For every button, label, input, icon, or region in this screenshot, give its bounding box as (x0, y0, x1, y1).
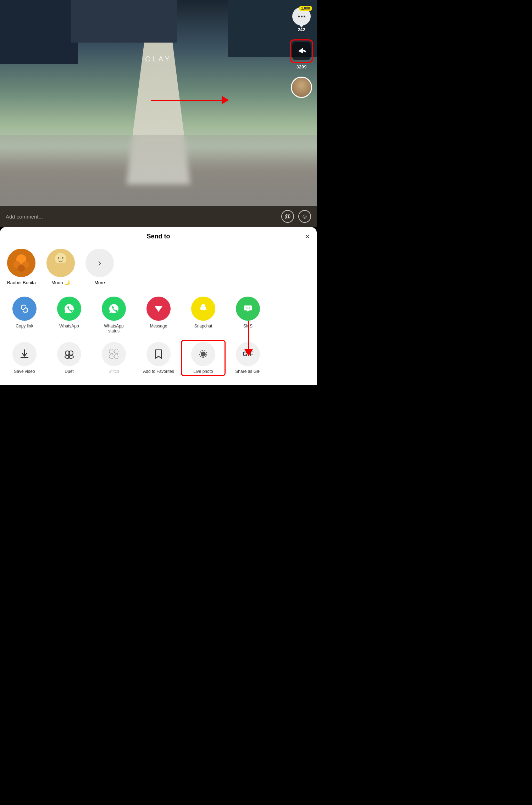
moon-avatar-image (46, 249, 75, 277)
sheet-title: Send to (147, 233, 170, 240)
close-button[interactable]: × (305, 232, 310, 241)
svg-point-17 (249, 308, 250, 309)
creator-avatar[interactable] (291, 77, 312, 98)
action-label-add-favorites: Add to Favorites (143, 369, 174, 374)
contact-avatar-baobei (7, 249, 35, 277)
share-icon (295, 45, 307, 57)
sms-logo (241, 302, 255, 315)
svg-marker-13 (155, 306, 162, 312)
app-label-message: Message (150, 324, 167, 329)
snapchat-icon (191, 297, 215, 321)
add-favorites-icon (146, 342, 171, 366)
live-photo-logo (197, 348, 210, 360)
apps-row: Copy link WhatsApp WhatsAp (0, 297, 317, 333)
svg-point-7 (53, 263, 68, 276)
avatar-image (292, 78, 311, 97)
link-icon (18, 302, 31, 315)
comment-bubble: 1,000 (292, 7, 311, 26)
action-live-photo[interactable]: Live photo (184, 342, 223, 374)
action-label-share-gif: Share as GIF (235, 369, 260, 374)
actions-section: Save video Duet (0, 342, 317, 374)
duet-logo (63, 348, 75, 360)
app-label-copy-link: Copy link (16, 324, 33, 329)
duet-icon (57, 342, 81, 366)
contact-name-baobei: Baobei Bonita (7, 280, 36, 285)
action-save-video[interactable]: Save video (5, 342, 44, 374)
app-whatsapp-status[interactable]: WhatsApp status (94, 297, 133, 333)
right-sidebar-icons: 1,000 242 3209 (290, 7, 313, 98)
contact-more[interactable]: › More (85, 249, 114, 285)
whatsapp-status-icon (102, 297, 126, 321)
comment-input-label[interactable]: Add comment... (6, 214, 277, 220)
app-whatsapp[interactable]: WhatsApp (50, 297, 89, 329)
action-label-live-photo: Live photo (193, 369, 213, 374)
video-area: CLAY 1,000 242 (0, 0, 317, 227)
stitch-icon (102, 342, 126, 366)
clay-label: CLAY (145, 55, 172, 63)
share-btn-container[interactable]: 3209 (290, 39, 313, 70)
message-icon (146, 297, 171, 321)
share-count: 3209 (297, 64, 307, 70)
video-bottom-bar: Add comment... @ ☺ (0, 206, 317, 227)
baobei-avatar-image (7, 249, 35, 277)
red-arrow-right (151, 96, 229, 104)
svg-point-4 (18, 265, 25, 272)
action-add-favorites[interactable]: Add to Favorites (139, 342, 178, 374)
svg-line-10 (23, 307, 26, 310)
save-video-icon (12, 342, 37, 366)
action-label-save-video: Save video (14, 369, 35, 374)
contact-name-more: More (94, 280, 105, 285)
snapchat-logo (196, 302, 210, 315)
emoji-icon[interactable]: ☺ (298, 210, 311, 223)
app-copy-link[interactable]: Copy link (5, 297, 44, 329)
building-center (71, 0, 177, 43)
app-message[interactable]: Message (139, 297, 178, 329)
app-label-snapchat: Snapchat (194, 324, 212, 329)
comment-count: 242 (298, 27, 305, 32)
share-button-box (290, 39, 313, 63)
contact-avatar-moon (46, 249, 75, 277)
svg-rect-25 (110, 355, 113, 358)
app-label-whatsapp-status: WhatsApp status (98, 324, 130, 333)
contact-moon[interactable]: Moon 🌙 (46, 249, 75, 285)
blurred-overlay (0, 135, 317, 206)
svg-rect-26 (115, 355, 118, 358)
app-label-whatsapp: WhatsApp (59, 324, 79, 329)
action-label-stitch: Stitch (109, 369, 119, 374)
copy-link-icon (12, 297, 37, 321)
svg-point-9 (62, 257, 63, 259)
share-icon-circle (292, 42, 311, 60)
sheet-header: Send to × (0, 233, 317, 240)
mention-icon[interactable]: @ (281, 210, 294, 223)
contacts-row: Baobei Bonita Moon 🌙 › More (0, 249, 317, 285)
download-icon (19, 348, 30, 360)
comment-icon-btn[interactable]: 1,000 242 (292, 7, 311, 32)
contact-baobei[interactable]: Baobei Bonita (7, 249, 36, 285)
whatsapp-status-logo (107, 302, 121, 316)
svg-point-15 (246, 308, 247, 309)
svg-point-22 (68, 355, 73, 358)
red-arrow-down (244, 321, 253, 356)
bubble-dots (298, 16, 305, 17)
message-logo (152, 302, 165, 315)
whatsapp-logo (62, 302, 76, 316)
notification-badge: 1,000 (299, 6, 312, 11)
svg-point-27 (201, 352, 206, 357)
contact-name-moon: Moon 🌙 (51, 280, 70, 285)
svg-rect-24 (115, 350, 118, 353)
more-circle: › (85, 249, 114, 277)
stitch-logo (108, 348, 120, 360)
bookmark-icon (153, 348, 164, 360)
svg-point-6 (55, 253, 66, 264)
svg-rect-23 (110, 350, 113, 353)
app-snapchat[interactable]: Snapchat (184, 297, 223, 329)
action-stitch[interactable]: Stitch (94, 342, 133, 374)
whatsapp-icon (57, 297, 81, 321)
svg-point-8 (58, 257, 59, 259)
actions-row: Save video Duet (0, 342, 317, 374)
action-duet[interactable]: Duet (50, 342, 89, 374)
building-left (0, 0, 78, 64)
share-sheet: Send to × Baobei Bonita (0, 227, 317, 385)
sms-icon (236, 297, 260, 321)
action-label-duet: Duet (65, 369, 73, 374)
